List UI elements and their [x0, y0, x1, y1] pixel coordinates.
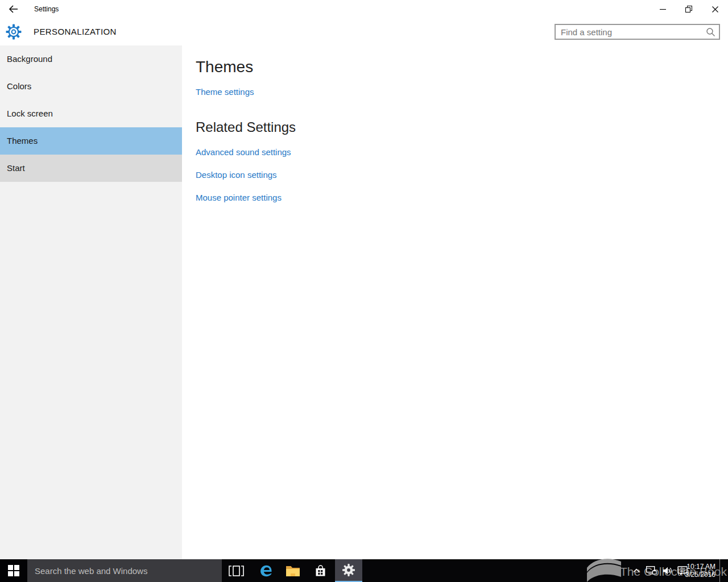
close-button[interactable] [702, 0, 728, 18]
task-view-button[interactable] [222, 559, 250, 582]
restore-icon [685, 6, 692, 13]
sidebar: Background Colors Lock screen Themes Sta… [0, 45, 182, 559]
file-explorer-button[interactable] [279, 559, 307, 582]
store-button[interactable] [307, 559, 334, 582]
window-title: Settings [34, 0, 59, 18]
chevron-up-icon [633, 568, 640, 573]
back-arrow-icon [9, 5, 19, 13]
tray-date: 3/25/2016 [679, 571, 715, 579]
main-content: Themes Theme settings Related Settings A… [182, 45, 728, 559]
windows-logo-icon [8, 565, 19, 576]
restore-button[interactable] [676, 0, 702, 18]
desktop-icon-settings-link[interactable]: Desktop icon settings [196, 170, 277, 180]
show-desktop-button[interactable] [719, 559, 728, 582]
edge-icon [258, 563, 273, 578]
mouse-pointer-settings-link[interactable]: Mouse pointer settings [196, 193, 282, 202]
settings-gear-icon [6, 24, 22, 40]
search-input[interactable] [556, 25, 719, 39]
task-view-icon [229, 566, 244, 576]
volume-icon [663, 567, 672, 575]
file-explorer-icon [286, 565, 300, 577]
header: PERSONALIZATION [0, 18, 728, 45]
store-icon [314, 564, 327, 577]
settings-icon [342, 564, 355, 576]
close-icon [712, 6, 718, 13]
settings-taskbar-button[interactable] [335, 559, 362, 582]
settings-window: Settings [0, 0, 728, 582]
taskbar-search[interactable] [27, 559, 222, 582]
theme-settings-link[interactable]: Theme settings [196, 87, 254, 97]
network-icon [646, 566, 657, 575]
taskbar: The Collection Book [0, 559, 728, 582]
edge-button[interactable] [252, 559, 279, 582]
window-controls [650, 0, 728, 18]
minimize-icon [660, 6, 666, 13]
sidebar-item-themes[interactable]: Themes [0, 127, 182, 155]
themes-heading: Themes [196, 58, 253, 76]
sidebar-item-background[interactable]: Background [0, 45, 182, 73]
find-setting-searchbox[interactable] [555, 24, 720, 40]
related-settings-heading: Related Settings [196, 119, 296, 135]
watermark: The Collection Book [584, 555, 623, 582]
volume-button[interactable] [660, 559, 675, 582]
clock[interactable]: 10:17 AM 3/25/2016 [679, 563, 715, 579]
advanced-sound-settings-link[interactable]: Advanced sound settings [196, 147, 291, 157]
start-button[interactable] [0, 559, 27, 582]
show-hidden-icons-button[interactable] [630, 559, 643, 582]
tray-time: 10:17 AM [679, 563, 715, 571]
search-icon[interactable] [706, 27, 716, 38]
sidebar-item-lock-screen[interactable]: Lock screen [0, 100, 182, 127]
book-logo-icon [584, 555, 623, 582]
page-title: PERSONALIZATION [34, 18, 117, 45]
network-button[interactable] [644, 559, 659, 582]
minimize-button[interactable] [650, 0, 676, 18]
taskbar-search-input[interactable] [27, 559, 222, 582]
back-button[interactable] [0, 0, 27, 18]
titlebar: Settings [0, 0, 728, 18]
sidebar-item-start[interactable]: Start [0, 155, 182, 182]
sidebar-item-colors[interactable]: Colors [0, 73, 182, 100]
